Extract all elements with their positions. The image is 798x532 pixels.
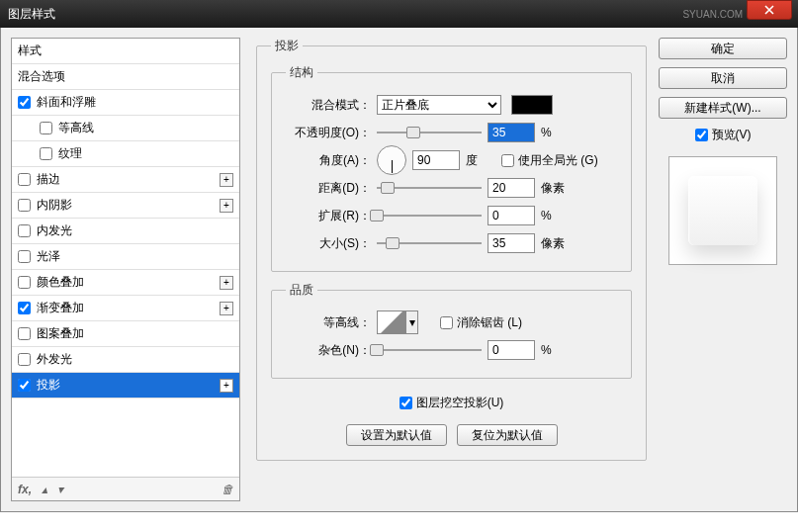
- group-legend: 投影: [271, 38, 303, 54]
- close-button[interactable]: [747, 0, 792, 20]
- sidebar-item-9[interactable]: 颜色叠加+: [12, 270, 239, 296]
- knockout-checkbox[interactable]: 图层挖空投影(U): [399, 395, 504, 411]
- style-checkbox[interactable]: [18, 224, 31, 237]
- antialias-checkbox[interactable]: 消除锯齿 (L): [440, 314, 522, 331]
- sidebar-item-label: 纹理: [58, 145, 233, 162]
- angle-dial[interactable]: [377, 145, 406, 175]
- sidebar-item-label: 内阴影: [37, 197, 220, 214]
- sidebar-item-3[interactable]: 等高线: [12, 116, 239, 141]
- arrow-down-icon[interactable]: ▾: [57, 483, 63, 496]
- close-icon: [764, 5, 774, 15]
- sidebar-item-5[interactable]: 描边+: [12, 167, 239, 193]
- plus-icon[interactable]: +: [220, 173, 233, 187]
- sidebar-item-11[interactable]: 图案叠加: [12, 321, 239, 347]
- distance-unit: 像素: [541, 180, 571, 197]
- watermark: SYUAN.COM: [682, 9, 743, 20]
- sidebar-item-label: 投影: [37, 377, 220, 394]
- size-label: 大小(S)：: [286, 235, 371, 252]
- shadow-color-swatch[interactable]: [511, 95, 553, 115]
- contour-picker[interactable]: ▾: [377, 310, 418, 334]
- noise-label: 杂色(N)：: [286, 342, 371, 359]
- size-input[interactable]: 35: [488, 233, 535, 253]
- distance-label: 距离(D)：: [286, 180, 371, 197]
- spread-slider[interactable]: [377, 215, 482, 217]
- style-checkbox[interactable]: [18, 353, 31, 366]
- sidebar-item-label: 渐变叠加: [37, 300, 220, 316]
- size-slider[interactable]: [377, 242, 482, 244]
- sidebar-item-8[interactable]: 光泽: [12, 244, 239, 270]
- sidebar-item-label: 内发光: [37, 222, 233, 239]
- spread-input[interactable]: 0: [488, 206, 535, 225]
- quality-legend: 品质: [286, 282, 317, 299]
- size-row: 大小(S)： 35 像素: [286, 229, 617, 257]
- trash-icon[interactable]: 🗑: [222, 483, 233, 496]
- global-light-checkbox[interactable]: 使用全局光 (G): [501, 152, 598, 169]
- sidebar-item-label: 等高线: [58, 120, 233, 136]
- sidebar-item-7[interactable]: 内发光: [12, 219, 239, 244]
- sidebar-item-4[interactable]: 纹理: [12, 141, 239, 167]
- sidebar-item-12[interactable]: 外发光: [12, 347, 239, 373]
- plus-icon[interactable]: +: [220, 379, 233, 393]
- contour-row: 等高线： ▾ 消除锯齿 (L): [286, 309, 617, 336]
- blend-mode-row: 混合模式： 正片叠底: [286, 91, 617, 119]
- spread-unit: %: [541, 209, 571, 222]
- style-checkbox[interactable]: [18, 250, 31, 263]
- sidebar-item-1[interactable]: 混合选项: [12, 64, 239, 90]
- preview-box: [668, 156, 777, 265]
- reset-default-button[interactable]: 复位为默认值: [457, 424, 558, 446]
- sidebar-item-13[interactable]: 投影+: [12, 373, 239, 399]
- sidebar-item-0[interactable]: 样式: [12, 39, 239, 64]
- contour-label: 等高线：: [286, 314, 371, 331]
- distance-slider[interactable]: [377, 187, 482, 189]
- main: 投影 结构 混合模式： 正片叠底 不透明度(O)： 35 %: [240, 28, 797, 511]
- cancel-button[interactable]: 取消: [659, 67, 787, 89]
- window-title: 图层样式: [8, 6, 682, 23]
- opacity-unit: %: [541, 126, 571, 139]
- opacity-slider[interactable]: [377, 132, 482, 133]
- plus-icon[interactable]: +: [220, 302, 233, 315]
- preview-swatch: [688, 176, 757, 245]
- right-column: 确定 取消 新建样式(W)... 预览(V): [659, 38, 787, 501]
- arrow-up-icon[interactable]: ▴: [42, 483, 47, 496]
- opacity-input[interactable]: 35: [488, 123, 535, 142]
- chevron-down-icon[interactable]: ▾: [406, 310, 418, 334]
- spread-row: 扩展(R)： 0 %: [286, 202, 617, 229]
- noise-slider[interactable]: [377, 349, 482, 351]
- opacity-label: 不透明度(O)：: [286, 125, 371, 141]
- style-checkbox[interactable]: [18, 276, 31, 289]
- sidebar-item-10[interactable]: 渐变叠加+: [12, 296, 239, 321]
- new-style-button[interactable]: 新建样式(W)...: [659, 97, 787, 119]
- style-checkbox[interactable]: [40, 147, 52, 160]
- style-checkbox[interactable]: [18, 96, 31, 109]
- angle-input[interactable]: 90: [412, 150, 460, 170]
- noise-unit: %: [541, 343, 571, 357]
- style-checkbox[interactable]: [18, 302, 31, 314]
- contour-thumb: [377, 310, 406, 334]
- ok-button[interactable]: 确定: [659, 38, 787, 59]
- preview-checkbox[interactable]: 预览(V): [659, 127, 787, 144]
- style-checkbox[interactable]: [18, 379, 31, 392]
- noise-input[interactable]: 0: [488, 340, 535, 360]
- style-checkbox[interactable]: [18, 199, 31, 212]
- plus-icon[interactable]: +: [220, 276, 233, 290]
- sidebar-item-label: 样式: [18, 43, 233, 59]
- blend-mode-label: 混合模式：: [286, 97, 371, 114]
- spread-label: 扩展(R)：: [286, 208, 371, 224]
- angle-unit: 度: [466, 152, 495, 169]
- sidebar-item-label: 图案叠加: [37, 325, 233, 342]
- blend-mode-select[interactable]: 正片叠底: [377, 95, 501, 115]
- sidebar-item-2[interactable]: 斜面和浮雕: [12, 90, 239, 116]
- sidebar-item-6[interactable]: 内阴影+: [12, 193, 239, 219]
- noise-row: 杂色(N)： 0 %: [286, 336, 617, 364]
- distance-row: 距离(D)： 20 像素: [286, 174, 617, 202]
- distance-input[interactable]: 20: [488, 178, 535, 198]
- style-checkbox[interactable]: [18, 327, 31, 340]
- style-checkbox[interactable]: [18, 173, 31, 186]
- set-default-button[interactable]: 设置为默认值: [346, 424, 447, 446]
- quality-group: 品质 等高线： ▾ 消除锯齿 (L) 杂色(N)： 0: [271, 282, 632, 379]
- angle-row: 角度(A)： 90 度 使用全局光 (G): [286, 146, 617, 174]
- style-checkbox[interactable]: [40, 122, 52, 134]
- styles-sidebar: 样式混合选项斜面和浮雕等高线纹理描边+内阴影+内发光光泽颜色叠加+渐变叠加+图案…: [11, 38, 240, 501]
- fx-icon[interactable]: fx,: [18, 483, 32, 496]
- plus-icon[interactable]: +: [220, 199, 233, 213]
